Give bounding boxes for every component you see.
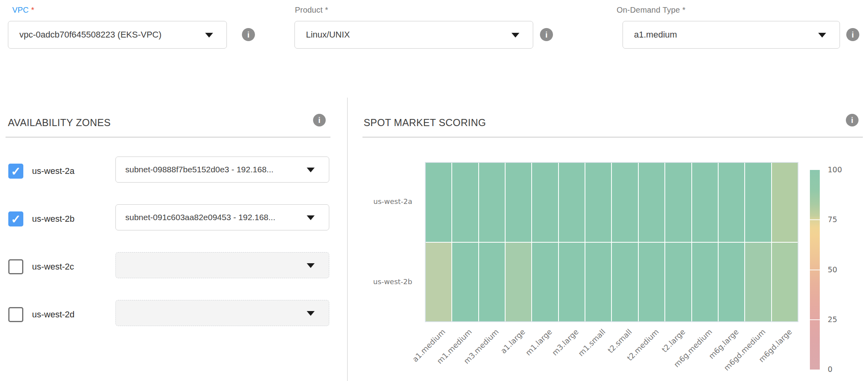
heatmap-cell-us-west-2b-t2.large [665,243,691,322]
availability-zones-divider [6,137,330,138]
heatmap-y-label: us-west-2a [341,197,412,206]
vpc-label: VPC* [12,6,34,15]
colorbar-tick-25: 25 [828,315,837,324]
zone-label-us-west-2d: us-west-2d [32,309,75,320]
heatmap-cell-us-west-2b-m6g.large [719,243,744,322]
chevron-down-icon [205,33,213,38]
chevron-down-icon [307,311,315,316]
info-glyph: i [851,115,853,125]
heatmap-cell-us-west-2a-t2.large [665,163,691,242]
heatmap-cell-us-west-2b-m6g.medium [692,243,718,322]
product-label-text: Product [295,6,323,14]
chevron-down-icon [307,215,315,220]
colorbar-hairline [810,319,820,320]
heatmap-cell-us-west-2b-m6gd.large [772,243,798,322]
product-info-icon[interactable]: i [540,28,553,41]
zone-checkbox-us-west-2c[interactable]: ✓ [8,259,23,274]
colorbar-hairline [810,270,820,270]
availability-zones-title: AVAILABILITY ZONES [8,117,111,128]
spot-market-scoring-title: SPOT MARKET SCORING [364,117,486,128]
heatmap-cell-us-west-2a-a1.medium [426,163,451,242]
on-demand-type-required-asterisk: * [682,6,685,14]
subnet-select-value: subnet-091c603aa82e09453 - 192.168... [116,213,329,222]
heatmap-cell-us-west-2a-m6gd.large [772,163,798,242]
heatmap-cell-us-west-2a-m6gd.medium [745,163,771,242]
chevron-down-icon [818,33,826,38]
spot-market-scoring-info-icon[interactable]: i [846,114,859,126]
vpc-label-text: VPC [12,6,29,14]
colorbar-tick-100: 100 [828,165,842,174]
zone-checkbox-us-west-2d[interactable]: ✓ [8,307,23,322]
on-demand-type-select-value: a1.medium [623,30,840,40]
spot-market-scoring-divider [362,137,863,138]
zone-checkbox-us-west-2a[interactable]: ✓ [8,164,23,179]
zone-checkbox-us-west-2b[interactable]: ✓ [8,211,23,226]
product-select-value: Linux/UNIX [295,30,533,40]
subnet-select-value: subnet-09888f7be5152d0e3 - 192.168... [116,165,329,174]
subnet-select-us-west-2b[interactable]: subnet-091c603aa82e09453 - 192.168... [115,204,329,230]
product-required-asterisk: * [325,6,328,14]
heatmap-cell-us-west-2a-a1.large [506,163,531,242]
heatmap-cell-us-west-2a-t2.small [612,163,638,242]
heatmap-cell-us-west-2b-t2.small [612,243,638,322]
colorbar-tick-50: 50 [828,265,837,274]
on-demand-type-label-text: On-Demand Type [617,6,680,14]
colorbar-tick-75: 75 [828,215,837,224]
heatmap-cell-us-west-2a-m1.medium [452,163,478,242]
heatmap-cell-us-west-2b-a1.large [506,243,531,322]
info-glyph: i [852,30,854,40]
product-label: Product* [295,6,328,15]
vpc-select[interactable]: vpc-0adcb70f645508223 (EKS-VPC) [8,21,227,49]
product-select[interactable]: Linux/UNIX [294,21,533,49]
info-glyph: i [545,30,548,40]
heatmap-cell-us-west-2b-m1.small [585,243,611,322]
on-demand-type-label: On-Demand Type* [617,6,685,15]
heatmap-cell-us-west-2b-m3.large [559,243,585,322]
zone-label-us-west-2a: us-west-2a [32,166,75,176]
vpc-info-icon[interactable]: i [242,28,255,41]
chevron-down-icon [307,168,315,172]
heatmap-x-label: a1.medium [385,327,447,381]
chevron-down-icon [307,263,315,268]
info-glyph: i [247,30,250,40]
colorbar-tick-0: 0 [828,365,832,373]
spot-instance-config-screen: VPC* vpc-0adcb70f645508223 (EKS-VPC) i P… [0,0,868,381]
checkmark-icon: ✓ [9,213,22,226]
heatmap-cell-us-west-2b-m1.large [532,243,558,322]
zone-label-us-west-2b: us-west-2b [32,214,75,224]
subnet-select-us-west-2d[interactable] [115,300,329,326]
heatmap-cell-us-west-2b-t2.medium [639,243,664,322]
zone-label-us-west-2c: us-west-2c [32,262,74,272]
availability-zones-info-icon[interactable]: i [313,114,326,126]
heatmap-cell-us-west-2b-a1.medium [426,243,451,322]
heatmap-cell-us-west-2b-m6gd.medium [745,243,771,322]
heatmap-cell-us-west-2a-m3.medium [479,163,505,242]
vpc-required-asterisk: * [31,6,34,14]
heatmap-cell-us-west-2b-m1.medium [452,243,478,322]
subnet-select-us-west-2c[interactable] [115,252,329,278]
spot-market-heatmap [425,162,798,322]
on-demand-type-select[interactable]: a1.medium [623,21,840,49]
heatmap-cell-us-west-2a-m6g.medium [692,163,718,242]
on-demand-type-info-icon[interactable]: i [846,28,859,41]
heatmap-y-label: us-west-2b [341,277,412,286]
heatmap-cell-us-west-2b-m3.medium [479,243,505,322]
chevron-down-icon [511,33,519,38]
vpc-select-value: vpc-0adcb70f645508223 (EKS-VPC) [8,30,226,40]
subnet-select-us-west-2a[interactable]: subnet-09888f7be5152d0e3 - 192.168... [115,157,329,183]
colorbar-hairline [810,219,820,220]
heatmap-cell-us-west-2a-m3.large [559,163,585,242]
heatmap-cell-us-west-2a-t2.medium [639,163,664,242]
heatmap-cell-us-west-2a-m1.small [585,163,611,242]
heatmap-cell-us-west-2a-m6g.large [719,163,744,242]
info-glyph: i [318,115,321,125]
heatmap-cell-us-west-2a-m1.large [532,163,558,242]
panel-vertical-divider [347,98,348,381]
checkmark-icon: ✓ [9,165,22,178]
